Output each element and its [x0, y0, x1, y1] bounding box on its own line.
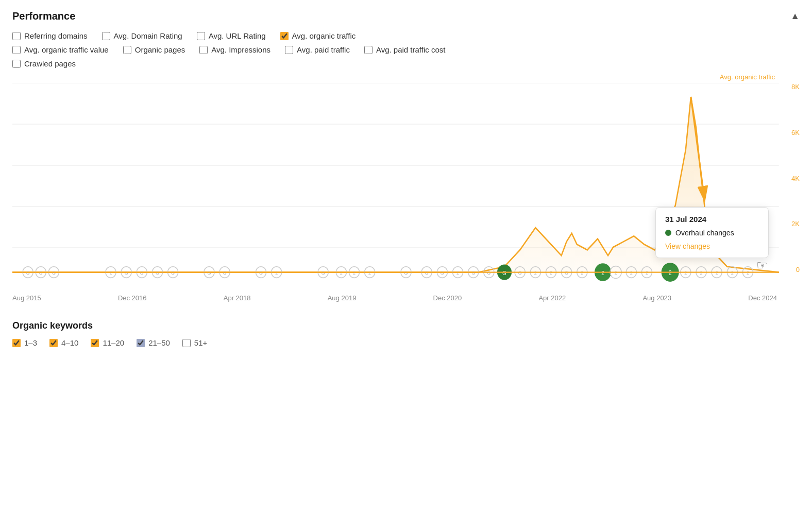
- checkbox-label-cb_organic_traffic: Avg. organic traffic: [292, 31, 356, 40]
- checkbox-label-cb_domain_rating: Avg. Domain Rating: [114, 31, 182, 40]
- y-axis-label: 8K: [777, 83, 800, 91]
- kw-filter-kw_4_10[interactable]: 4–10: [49, 338, 78, 347]
- checkbox-label-cb_url_rating: Avg. URL Rating: [209, 31, 266, 40]
- y-axis-label: 6K: [777, 129, 800, 136]
- checkbox-cb_organic_pages[interactable]: [123, 46, 131, 54]
- x-axis-label: Aug 2019: [328, 294, 357, 302]
- organic-keywords-title: Organic keywords: [12, 320, 800, 331]
- checkbox-label-cb_traffic_value: Avg. organic traffic value: [24, 45, 109, 54]
- checkbox-item-cb_paid_cost[interactable]: Avg. paid traffic cost: [364, 45, 446, 54]
- tooltip: 31 Jul 2024 Overhaul changes View change…: [655, 207, 769, 258]
- checkbox-label-cb_organic_pages: Organic pages: [135, 45, 185, 54]
- x-axis-label: Apr 2022: [538, 294, 566, 302]
- checkbox-cb_crawled[interactable]: [12, 60, 21, 68]
- tooltip-date: 31 Jul 2024: [665, 215, 759, 224]
- checkbox-cb_url_rating[interactable]: [197, 32, 205, 40]
- checkbox-item-cb_domain_rating[interactable]: Avg. Domain Rating: [102, 31, 182, 40]
- main-container: Performance ▲ Referring domainsAvg. Doma…: [0, 0, 812, 357]
- checkbox-cb_paid_traffic[interactable]: [285, 46, 293, 54]
- checkbox-item-cb_paid_traffic[interactable]: Avg. paid traffic: [285, 45, 350, 54]
- checkbox-cb_organic_traffic[interactable]: [280, 32, 289, 40]
- event-markers: G G G 2 G G G G G G G: [12, 263, 779, 282]
- y-axis-labels: 8K6K4K2K0: [777, 83, 800, 289]
- x-axis-label: Dec 2024: [748, 294, 777, 302]
- checkbox-label-cb_referring: Referring domains: [24, 31, 88, 40]
- checkbox-label-cb_paid_traffic: Avg. paid traffic: [297, 45, 350, 54]
- x-axis-label: Aug 2015: [12, 294, 41, 302]
- checkbox-cb_traffic_value[interactable]: [12, 46, 21, 54]
- svg-text:2: 2: [601, 270, 604, 276]
- x-axis-label: Aug 2023: [642, 294, 671, 302]
- svg-text:2: 2: [669, 270, 672, 276]
- kw-checkbox-kw_4_10[interactable]: [49, 339, 58, 347]
- kw-checkbox-kw_51plus[interactable]: [182, 339, 191, 347]
- chart-wrapper: G G G 2 G G G G G G G: [12, 83, 800, 289]
- kw-checkbox-kw_1_3[interactable]: [12, 339, 21, 347]
- checkbox-label-cb_paid_cost: Avg. paid traffic cost: [376, 45, 446, 54]
- checkbox-item-cb_organic_traffic[interactable]: Avg. organic traffic: [280, 31, 356, 40]
- x-axis-label: Apr 2018: [224, 294, 251, 302]
- checkbox-row-2: Avg. organic traffic valueOrganic pagesA…: [12, 45, 800, 54]
- organic-keywords-section: Organic keywords 1–34–1011–2021–5051+: [12, 320, 800, 347]
- collapse-icon[interactable]: ▲: [790, 11, 800, 22]
- checkbox-cb_domain_rating[interactable]: [102, 32, 110, 40]
- checkbox-item-cb_crawled[interactable]: Crawled pages: [12, 59, 76, 68]
- kw-label-kw_4_10: 4–10: [61, 338, 78, 347]
- checkbox-item-cb_impressions[interactable]: Avg. Impressions: [199, 45, 270, 54]
- checkbox-cb_referring[interactable]: [12, 32, 21, 40]
- kw-label-kw_1_3: 1–3: [24, 338, 37, 347]
- section-title: Performance: [12, 10, 75, 22]
- tooltip-event: Overhaul changes: [665, 229, 759, 237]
- x-axis-labels: Aug 2015Dec 2016Apr 2018Aug 2019Dec 2020…: [12, 291, 800, 302]
- tooltip-event-label: Overhaul changes: [675, 229, 734, 237]
- kw-label-kw_51plus: 51+: [194, 338, 207, 347]
- y-axis-label: 2K: [777, 220, 800, 228]
- section-header: Performance ▲: [12, 10, 800, 22]
- keyword-filters: 1–34–1011–2021–5051+: [12, 338, 800, 347]
- y-axis-label: 0: [777, 266, 800, 273]
- x-axis-label: Dec 2016: [118, 294, 147, 302]
- checkbox-item-cb_traffic_value[interactable]: Avg. organic traffic value: [12, 45, 109, 54]
- checkbox-cb_paid_cost[interactable]: [364, 46, 373, 54]
- chart-metric-label: Avg. organic traffic: [12, 73, 800, 81]
- x-axis-label: Dec 2020: [433, 294, 462, 302]
- kw-checkbox-kw_21_50[interactable]: [137, 339, 145, 347]
- kw-filter-kw_11_20[interactable]: 11–20: [91, 338, 124, 347]
- checkbox-row-1: Referring domainsAvg. Domain RatingAvg. …: [12, 31, 800, 40]
- checkbox-row-3: Crawled pages: [12, 59, 800, 68]
- kw-label-kw_21_50: 21–50: [148, 338, 170, 347]
- checkbox-item-cb_referring[interactable]: Referring domains: [12, 31, 88, 40]
- kw-filter-kw_51plus[interactable]: 51+: [182, 338, 207, 347]
- cursor-hand-icon: ☞: [756, 258, 768, 272]
- checkbox-label-cb_impressions: Avg. Impressions: [211, 45, 270, 54]
- kw-filter-kw_1_3[interactable]: 1–3: [12, 338, 37, 347]
- kw-filter-kw_21_50[interactable]: 21–50: [137, 338, 170, 347]
- kw-label-kw_11_20: 11–20: [103, 338, 124, 347]
- y-axis-label: 4K: [777, 175, 800, 182]
- checkbox-item-cb_url_rating[interactable]: Avg. URL Rating: [197, 31, 266, 40]
- kw-checkbox-kw_11_20[interactable]: [91, 339, 99, 347]
- svg-text:G: G: [502, 270, 506, 276]
- checkbox-cb_impressions[interactable]: [199, 46, 208, 54]
- view-changes-link[interactable]: View changes: [665, 242, 710, 250]
- checkbox-label-cb_crawled: Crawled pages: [24, 59, 76, 68]
- chart-svg: G G G 2 G G G G G G G: [12, 83, 800, 289]
- tooltip-event-dot: [665, 230, 671, 236]
- checkbox-item-cb_organic_pages[interactable]: Organic pages: [123, 45, 185, 54]
